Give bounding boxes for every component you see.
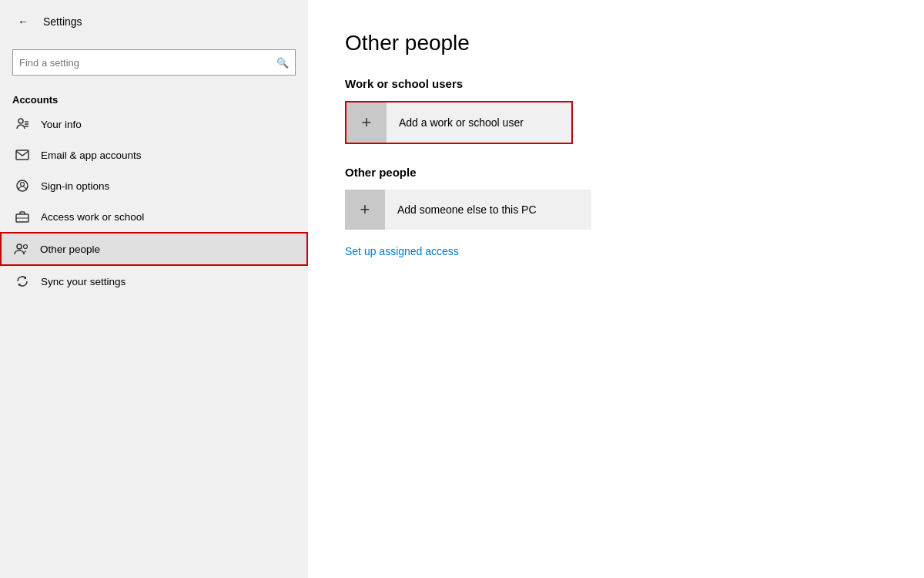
sidebar: ← Settings 🔍 Accounts Your info Email & … xyxy=(0,0,308,578)
add-someone-button[interactable]: + Add someone else to this PC xyxy=(345,190,591,230)
svg-point-0 xyxy=(18,119,23,123)
search-box: 🔍 xyxy=(12,49,296,76)
sidebar-item-your-info[interactable]: Your info xyxy=(0,109,308,139)
sidebar-item-sync-settings[interactable]: Sync your settings xyxy=(0,266,308,297)
other-people-icon xyxy=(14,241,29,257)
sidebar-item-other-people[interactable]: Other people xyxy=(0,232,308,266)
sidebar-item-label-your-info: Your info xyxy=(41,119,82,130)
signin-icon xyxy=(15,178,30,193)
svg-point-6 xyxy=(21,183,25,187)
page-title: Other people xyxy=(345,31,887,55)
add-work-school-icon-box: + xyxy=(346,102,387,143)
back-button[interactable]: ← xyxy=(12,11,34,32)
sidebar-item-sign-in-options[interactable]: Sign-in options xyxy=(0,170,308,201)
search-icon[interactable]: 🔍 xyxy=(270,50,295,75)
add-work-school-button[interactable]: + Add a work or school user xyxy=(345,101,573,144)
sidebar-item-email-app-accounts[interactable]: Email & app accounts xyxy=(0,139,308,170)
plus-icon: + xyxy=(362,113,372,133)
work-school-section-heading: Work or school users xyxy=(345,77,887,90)
sidebar-header: ← Settings xyxy=(0,0,308,43)
svg-rect-4 xyxy=(16,150,28,160)
sidebar-item-label-signin: Sign-in options xyxy=(41,180,109,192)
add-someone-icon-box: + xyxy=(345,190,385,230)
sidebar-item-label-sync: Sync your settings xyxy=(41,276,126,287)
sidebar-item-label-other-people: Other people xyxy=(40,244,100,255)
add-work-school-label: Add a work or school user xyxy=(387,116,536,129)
svg-point-9 xyxy=(17,244,22,249)
accounts-section-label: Accounts xyxy=(0,88,308,109)
sidebar-item-label-access: Access work or school xyxy=(41,211,144,223)
sidebar-item-access-work-school[interactable]: Access work or school xyxy=(0,201,308,232)
svg-point-10 xyxy=(24,245,28,249)
sync-icon xyxy=(15,274,30,289)
settings-title: Settings xyxy=(43,15,82,28)
briefcase-icon xyxy=(15,209,30,224)
email-icon xyxy=(15,147,30,163)
main-content: Other people Work or school users + Add … xyxy=(308,0,924,578)
sidebar-item-label-email: Email & app accounts xyxy=(41,150,142,161)
assigned-access-link[interactable]: Set up assigned access xyxy=(345,245,459,257)
add-someone-label: Add someone else to this PC xyxy=(385,203,549,216)
other-people-section-heading: Other people xyxy=(345,166,887,179)
search-input[interactable] xyxy=(13,54,270,72)
plus-icon-normal: + xyxy=(360,200,370,220)
person-lines-icon xyxy=(15,116,30,132)
